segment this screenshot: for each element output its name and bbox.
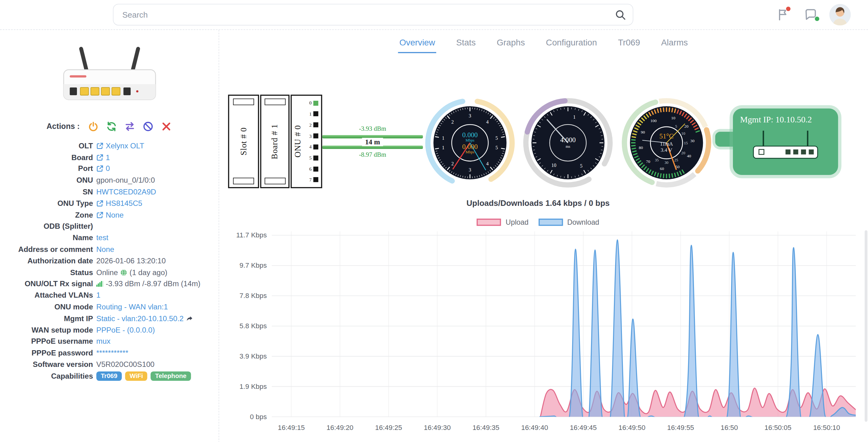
rx-power-label: -3.93 dBm	[322, 125, 423, 132]
detail-row: ZoneNone	[0, 209, 219, 221]
external-link-icon[interactable]	[96, 165, 103, 172]
detail-text: gpon-onu_0/1/0:0	[96, 176, 155, 185]
gauge-temperature-value: 51°C	[659, 132, 674, 140]
x-axis-label: 16:49:20	[327, 424, 353, 432]
detail-link[interactable]: PPPoE - (0.0.0.0)	[96, 326, 155, 334]
tab-alarms[interactable]: Alarms	[660, 33, 689, 53]
svg-text:2: 2	[451, 161, 454, 166]
action-delete-button[interactable]	[161, 121, 172, 132]
port-status-led	[313, 166, 318, 171]
globe-icon	[120, 269, 127, 276]
mgmt-router-icon	[751, 129, 820, 164]
board-box: Board # 1	[260, 95, 290, 188]
external-link-icon[interactable]	[96, 154, 103, 161]
detail-label: OLT	[0, 141, 93, 150]
y-axis-label: 7.8 Kbps	[240, 292, 267, 299]
detail-label: ONU/OLT Rx signal	[0, 280, 93, 288]
detail-label: Mgmt IP	[0, 314, 93, 323]
scrollbar-thumb[interactable]	[865, 230, 867, 422]
detail-row: CapabilitiesTr069WiFiTelephone	[0, 370, 219, 382]
detail-row: Port0	[0, 163, 219, 175]
svg-text:2: 2	[451, 119, 454, 125]
detail-label: SN	[0, 188, 93, 196]
detail-value: Online(1 day ago)	[96, 268, 167, 277]
detail-label: ODB (Splitter)	[0, 222, 93, 230]
svg-text:4: 4	[486, 161, 489, 166]
detail-value: 1	[96, 153, 110, 161]
detail-link[interactable]: None	[106, 211, 124, 219]
messages-button[interactable]	[804, 7, 818, 22]
svg-text:100: 100	[650, 118, 657, 123]
detail-label: WAN setup mode	[0, 326, 93, 334]
detail-label: ONU Type	[0, 199, 93, 208]
detail-link[interactable]: mux	[96, 337, 111, 346]
detail-link[interactable]: None	[96, 245, 114, 253]
svg-text:3: 3	[469, 113, 471, 118]
port-status-led	[313, 178, 318, 182]
capability-badge: Tr069	[96, 371, 122, 380]
detail-link[interactable]: Routing - WAN vlan:1	[96, 303, 168, 311]
detail-link[interactable]: ***********	[96, 349, 129, 357]
onu-port-2: 2	[304, 121, 318, 129]
y-axis-label: 1.9 Kbps	[240, 383, 267, 390]
detail-link[interactable]: HS8145C5	[106, 199, 142, 208]
search-input[interactable]	[113, 4, 633, 26]
share-icon[interactable]	[186, 315, 193, 322]
action-power-button[interactable]	[88, 121, 99, 132]
gauge-latency-value: 4.000	[560, 136, 576, 144]
external-link-icon[interactable]	[96, 211, 103, 218]
detail-link[interactable]: Xelynx OLT	[106, 141, 144, 150]
detail-row: Mgmt IPStatic - vlan:20-10.10.50.2	[0, 313, 219, 324]
external-link-icon[interactable]	[96, 142, 103, 149]
port-number: 5	[309, 155, 312, 161]
device-details: OLTXelynx OLTBoard1Port0ONUgpon-onu_0/1/…	[0, 140, 219, 382]
x-axis-label: 16:49:55	[667, 424, 694, 432]
external-link-icon[interactable]	[96, 200, 103, 207]
gauge-current-value: 11mA	[660, 141, 673, 147]
user-avatar[interactable]	[829, 4, 851, 26]
svg-text:Mbps: Mbps	[466, 150, 474, 154]
search-icon[interactable]	[615, 9, 626, 21]
detail-row: StatusOnline(1 day ago)	[0, 267, 219, 278]
tab-tr069[interactable]: Tr069	[617, 33, 642, 53]
svg-text:90: 90	[641, 130, 645, 134]
tab-stats[interactable]: Stats	[455, 33, 477, 53]
action-disable-button[interactable]	[143, 121, 154, 132]
avatar-image	[829, 4, 851, 26]
detail-label: Attached VLANs	[0, 291, 93, 299]
port-number: 2	[309, 122, 312, 128]
detail-label: Software version	[0, 360, 93, 369]
detail-value: 0	[96, 165, 110, 173]
action-transfer-button[interactable]	[125, 121, 136, 132]
detail-link[interactable]: Static - vlan:20-10.10.50.2	[96, 314, 184, 323]
tab-configuration[interactable]: Configuration	[545, 33, 598, 53]
detail-label: Board	[0, 153, 93, 161]
notifications-flag-button[interactable]	[776, 7, 791, 22]
detail-link[interactable]: 0	[106, 165, 110, 173]
svg-text:Mbps: Mbps	[466, 138, 474, 143]
svg-text:15: 15	[684, 141, 688, 145]
port-status-led	[313, 122, 318, 127]
detail-value: gpon-onu_0/1/0:0	[96, 176, 155, 185]
action-refresh-button[interactable]	[106, 121, 118, 132]
svg-text:40: 40	[687, 154, 691, 158]
svg-text:5: 5	[675, 124, 677, 129]
y-axis-label: 9.7 Kbps	[240, 261, 267, 269]
actions-label: Actions :	[47, 122, 80, 131]
detail-value: None	[96, 245, 114, 253]
signal-icon	[96, 280, 103, 287]
tab-graphs[interactable]: Graphs	[496, 33, 526, 53]
detail-row: Attached VLANs1	[0, 290, 219, 301]
detail-label: PPPoE username	[0, 337, 93, 346]
x-axis-label: 16:49:25	[375, 424, 402, 432]
detail-link[interactable]: HWTC8ED02A9D	[96, 188, 156, 196]
detail-link[interactable]: 1	[106, 153, 110, 161]
detail-text: -3.93 dBm /-8.97 dBm (14m)	[106, 280, 200, 288]
traffic-summary: Uploads/Downloads 1.64 kbps / 0 bps	[219, 199, 857, 208]
detail-link[interactable]: test	[96, 234, 108, 242]
app-root: Actions : OLTXelynx OLTBoard1Port0ONUgpo…	[0, 0, 868, 442]
svg-text:30: 30	[690, 138, 694, 143]
detail-label: Port	[0, 165, 93, 173]
detail-link[interactable]: 1	[96, 291, 100, 299]
tab-overview[interactable]: Overview	[398, 33, 436, 53]
